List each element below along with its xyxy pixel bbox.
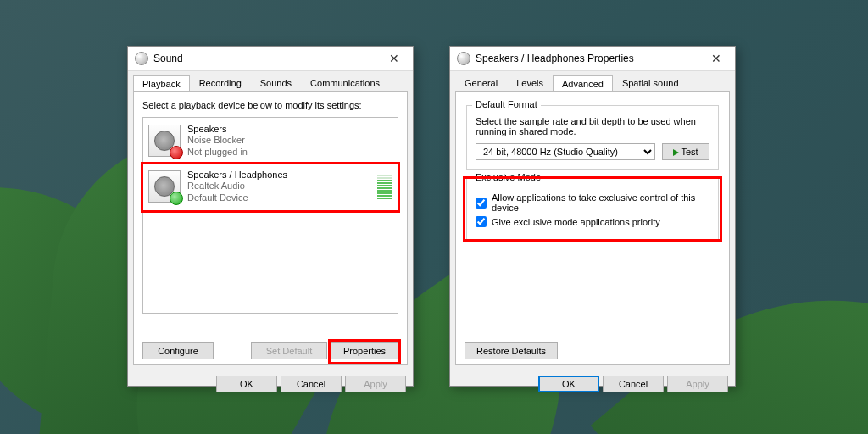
speaker-icon	[148, 125, 181, 157]
test-button[interactable]: Test	[662, 143, 709, 160]
tab-levels[interactable]: Levels	[507, 75, 553, 91]
tab-playback[interactable]: Playback	[133, 75, 190, 92]
tab-recording[interactable]: Recording	[190, 75, 251, 91]
group-legend: Exclusive Mode	[472, 172, 544, 182]
group-legend: Default Format	[472, 99, 541, 109]
speaker-icon	[148, 170, 181, 203]
checkbox[interactable]	[476, 216, 487, 227]
close-icon[interactable]: ✕	[704, 52, 728, 65]
apply-button[interactable]: Apply	[667, 376, 728, 392]
checkbox[interactable]	[476, 198, 487, 209]
tab-general[interactable]: General	[455, 75, 507, 91]
default-badge-icon	[170, 192, 183, 205]
ok-button[interactable]: OK	[216, 376, 277, 392]
properties-button[interactable]: Properties	[331, 342, 398, 359]
tab-sounds[interactable]: Sounds	[251, 75, 301, 91]
tabstrip: General Levels Advanced Spatial sound	[450, 71, 735, 91]
device-text: Speakers / Headphones Realtek Audio Defa…	[187, 170, 370, 203]
apply-button[interactable]: Apply	[345, 376, 406, 392]
sound-icon	[135, 52, 148, 65]
cancel-button[interactable]: Cancel	[603, 376, 664, 392]
playback-instruction: Select a playback device below to modify…	[142, 100, 398, 110]
level-meter-icon	[377, 175, 392, 199]
device-row[interactable]: Speakers Noise Blocker Not plugged in	[143, 118, 398, 164]
device-buttons: Configure Set Default Properties	[142, 342, 398, 359]
tab-playback-page: Select a playback device below to modify…	[133, 91, 408, 365]
dialog-buttons: OK Cancel Apply	[450, 370, 735, 399]
default-format-group: Default Format Select the sample rate an…	[466, 105, 719, 170]
tab-spatial-sound[interactable]: Spatial sound	[613, 75, 688, 91]
unplugged-badge-icon	[170, 146, 183, 159]
tab-advanced-page: Default Format Select the sample rate an…	[455, 91, 730, 365]
tab-advanced[interactable]: Advanced	[553, 75, 613, 92]
device-list[interactable]: Speakers Noise Blocker Not plugged in Sp…	[142, 117, 398, 314]
close-icon[interactable]: ✕	[382, 52, 406, 65]
titlebar[interactable]: Speakers / Headphones Properties ✕	[450, 47, 735, 71]
tabstrip: Playback Recording Sounds Communications	[128, 71, 413, 91]
device-text: Speakers Noise Blocker Not plugged in	[187, 124, 392, 158]
play-icon	[673, 149, 679, 156]
restore-defaults-button[interactable]: Restore Defaults	[465, 342, 558, 359]
speaker-icon	[457, 52, 470, 65]
speakers-properties-dialog: Speakers / Headphones Properties ✕ Gener…	[449, 46, 736, 387]
sound-dialog: Sound ✕ Playback Recording Sounds Commun…	[127, 46, 414, 387]
cancel-button[interactable]: Cancel	[281, 376, 342, 392]
dialog-buttons: OK Cancel Apply	[128, 370, 413, 399]
dialog-title: Sound	[153, 53, 382, 64]
desktop-background: Sound ✕ Playback Recording Sounds Commun…	[0, 0, 868, 434]
dialog-title: Speakers / Headphones Properties	[476, 53, 704, 64]
ok-button[interactable]: OK	[538, 376, 599, 392]
configure-button[interactable]: Configure	[142, 342, 214, 359]
titlebar[interactable]: Sound ✕	[128, 47, 413, 71]
restore-defaults-row: Restore Defaults	[465, 342, 558, 359]
exclusive-control-checkbox[interactable]: Allow applications to take exclusive con…	[476, 192, 709, 213]
set-default-button[interactable]: Set Default	[251, 342, 327, 359]
sample-format-select[interactable]: 24 bit, 48000 Hz (Studio Quality)	[476, 143, 655, 160]
exclusive-priority-checkbox[interactable]: Give exclusive mode applications priorit…	[476, 216, 709, 227]
exclusive-mode-group: Exclusive Mode Allow applications to tak…	[466, 178, 719, 240]
device-row-selected[interactable]: Speakers / Headphones Realtek Audio Defa…	[143, 164, 398, 209]
tab-communications[interactable]: Communications	[301, 75, 389, 91]
default-format-desc: Select the sample rate and bit depth to …	[476, 116, 709, 136]
